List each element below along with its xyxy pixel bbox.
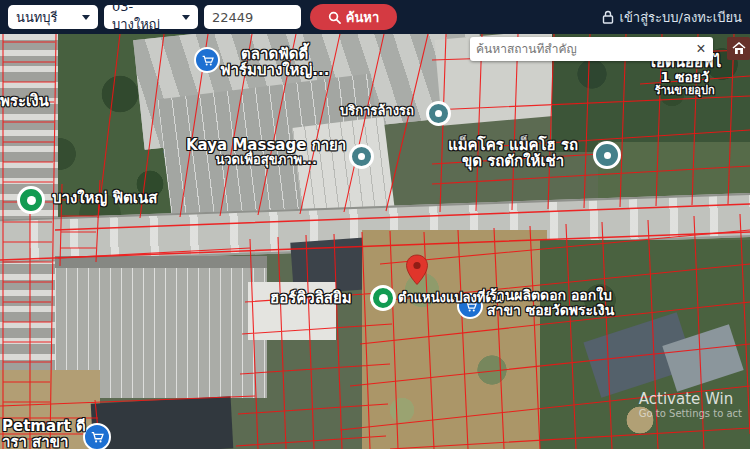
poi-label-excavator: แม็คโคร แม็คโฮ รถ ขุด รถตักให้เช่า (448, 137, 578, 169)
poi-label-fitness: บางใหญ่ ฟิตเนส (52, 190, 157, 206)
poi-carwash-line1: บริการล้างรถ (340, 104, 414, 118)
poi-market-line1: ตลาดฟัดดี้ (220, 46, 329, 62)
poi-label-petmart: Petmart ดี ารา สาขา (2, 418, 86, 449)
land-map-app: นนทบุรี 03-บางใหญ่ ค้นหา เข้าสู่ระบบ/ลงท… (0, 0, 750, 449)
lock-icon (602, 10, 614, 24)
excavator-poi-icon[interactable] (593, 141, 621, 169)
fitness-poi-icon[interactable] (17, 186, 45, 214)
watermark-line1: Activate Win (639, 390, 742, 408)
massage-poi-icon[interactable] (349, 144, 374, 169)
parcel-location-pin[interactable] (405, 254, 429, 286)
poi-label-market: ตลาดฟัดดี้ ฟาร์มบางใหญ่... (220, 46, 329, 78)
parcel-boundary-overlay (0, 34, 750, 449)
poi-petmart-line2: ารา สาขา (2, 434, 86, 449)
search-button-label: ค้นหา (346, 7, 379, 28)
poi-excavator-line1: แม็คโคร แม็คโฮ รถ (448, 137, 578, 153)
market-poi-icon[interactable] (194, 47, 220, 73)
carwash-poi-icon[interactable] (426, 101, 451, 126)
search-button[interactable]: ค้นหา (310, 4, 397, 30)
poi-label-shop: ร้านผลิตดอก ออกใบ สาขา ซอยวัดพระเงิน (487, 288, 614, 318)
poi-odin-line3: ร้านขายอุปก (648, 85, 721, 97)
poi-fitness-line1: บางใหญ่ ฟิตเนส (52, 190, 157, 206)
poi-label-carwash: บริการล้างรถ (340, 104, 414, 118)
login-register-label: เข้าสู่ระบบ/ลงทะเบียน (620, 7, 742, 28)
home-button[interactable] (727, 37, 750, 60)
shopping-cart-icon (201, 54, 214, 67)
poi-massage-line2: นวดเพื่อสุขภาพ... (186, 153, 346, 167)
poi-massage-line1: Kaya Massage กายา (186, 137, 346, 153)
activate-windows-watermark: Activate Win Go to Settings to act (639, 390, 742, 419)
watermark-line2: Go to Settings to act (639, 408, 742, 419)
poi-petmart-line1: Petmart ดี (2, 418, 86, 434)
search-icon (328, 11, 341, 24)
poi-label-temple: พระเงิน (0, 93, 49, 109)
province-select-value: นนทบุรี (16, 7, 58, 28)
gym-poi-icon[interactable] (370, 285, 396, 311)
home-icon (732, 42, 746, 55)
map-search-input[interactable] (470, 42, 689, 56)
map-canvas[interactable]: × (0, 34, 750, 449)
poi-shop-line2: สาขา ซอยวัดพระเงิน (487, 303, 614, 318)
shopping-cart-icon (90, 430, 104, 444)
chevron-down-icon (182, 15, 190, 20)
parcel-number-input[interactable] (204, 5, 301, 29)
poi-excavator-line2: ขุด รถตักให้เช่า (448, 153, 578, 169)
poi-temple-line1: พระเงิน (0, 93, 49, 109)
province-select[interactable]: นนทบุรี (8, 5, 98, 29)
map-search-box: × (470, 37, 713, 61)
poi-shop-line1: ร้านผลิตดอก ออกใบ (487, 288, 614, 303)
login-register-link[interactable]: เข้าสู่ระบบ/ลงทะเบียน (602, 0, 742, 34)
poi-label-massage: Kaya Massage กายา นวดเพื่อสุขภาพ... (186, 137, 346, 167)
top-navbar: นนทบุรี 03-บางใหญ่ ค้นหา เข้าสู่ระบบ/ลงท… (0, 0, 750, 34)
chevron-down-icon (82, 15, 90, 20)
petmart-poi-icon[interactable] (83, 423, 111, 449)
poi-gym-line1: ฮอร์คิวลิสยิม (270, 290, 352, 306)
district-select-value: 03-บางใหญ่ (112, 0, 176, 35)
poi-market-line2: ฟาร์มบางใหญ่... (220, 62, 329, 78)
district-select[interactable]: 03-บางใหญ่ (104, 5, 198, 29)
poi-label-gym: ฮอร์คิวลิสยิม (270, 290, 352, 306)
close-icon[interactable]: × (689, 37, 713, 61)
